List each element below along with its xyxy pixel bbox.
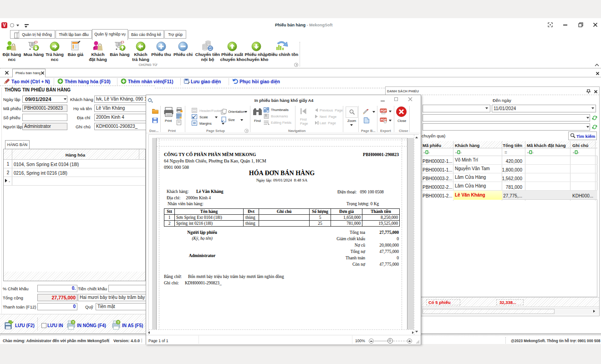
svg-text:a: a xyxy=(573,151,575,154)
svg-text:?: ? xyxy=(72,321,74,324)
svg-text:c: c xyxy=(532,151,534,154)
svg-text:a: a xyxy=(455,151,457,154)
svg-text:c: c xyxy=(578,151,579,154)
svg-text:c: c xyxy=(460,151,462,154)
svg-text:c: c xyxy=(428,151,430,154)
svg-text:?: ? xyxy=(117,321,119,324)
svg-text:PDF: PDF xyxy=(381,109,387,112)
svg-text:a: a xyxy=(423,151,425,154)
svg-text:a: a xyxy=(527,151,529,154)
